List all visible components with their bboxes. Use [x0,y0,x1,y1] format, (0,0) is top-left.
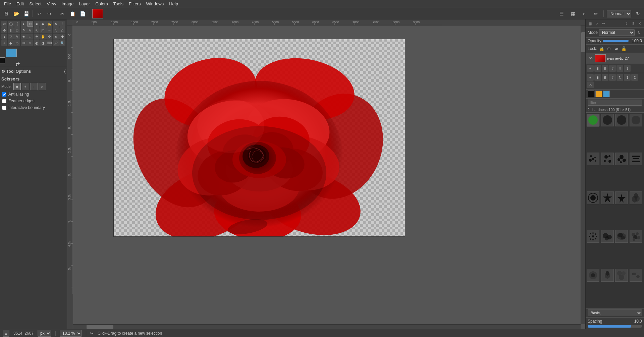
by-color-select-tool[interactable]: ◆ [40,21,46,27]
interactive-boundary-row[interactable]: Interactive boundary [1,104,65,111]
brush-cell-texture2[interactable] [615,230,628,243]
menu-windows[interactable]: Windows [143,1,166,7]
open-btn[interactable]: 📂 [11,9,21,18]
ink-tool[interactable]: ✋ [40,34,46,40]
color-balance-tool[interactable]: ⌨ [46,40,52,46]
scale-tool[interactable]: ⇖ [27,27,33,33]
layer-entry[interactable]: 👁 ivan-jevtic-27 [586,53,644,64]
lock-alpha-icon[interactable]: ▰ [613,46,620,52]
feather-edges-row[interactable]: Feather edges [1,98,65,104]
layer-up-btn[interactable]: ⇧ [609,65,616,72]
antialiasing-row[interactable]: Antialiasing [1,91,65,98]
menu-view[interactable]: View [44,1,59,7]
brush-cell-star2[interactable] [615,191,628,204]
tool-presets-btn[interactable]: ☰ [557,9,566,18]
horizontal-scrollbar[interactable] [73,324,581,329]
copy-btn[interactable]: 📋 [68,9,77,18]
layer-mode-select[interactable]: Normal [599,29,635,36]
menu-tools[interactable]: Tools [111,1,126,7]
brush-tag-select[interactable]: Basic, [588,310,642,316]
brush-export-btn[interactable]: ↥ [631,74,638,81]
cut-btn[interactable]: ✂ [58,9,67,18]
swap-colors-icon[interactable]: ⇄ [15,61,20,67]
fuzzy-select-tool[interactable]: ♦ [21,21,27,27]
brush-dup-btn[interactable]: ▮ [594,74,601,81]
layers-btn[interactable]: ▦ [568,9,578,18]
brush-cell-smoke[interactable] [630,191,642,204]
brush-cell-7[interactable] [615,153,628,165]
save-btn[interactable]: 💾 [21,9,31,18]
panel-up-icon[interactable]: ⇧ [623,20,629,26]
myPaint-brush-tool[interactable]: ⚙ [46,34,52,40]
layers-panel-icon[interactable]: ▦ [587,20,593,26]
tool-options-collapse-icon[interactable]: 〈 [64,69,65,74]
smudge-tool[interactable]: ✉ [21,40,27,46]
brush-import-btn[interactable]: ↧ [624,74,631,81]
warp-tool[interactable]: ∿ [53,27,59,33]
new-file-btn[interactable]: 🖹 [1,9,11,18]
menu-colors[interactable]: Colors [93,1,111,7]
brush-color-yellow[interactable] [595,91,602,97]
delete-layer-btn[interactable]: 🗑 [602,65,608,72]
spacing-bar-track[interactable] [588,325,642,328]
menu-edit[interactable]: Edit [14,1,26,7]
brush-cell-texture3[interactable] [630,230,642,243]
perspective-tool[interactable]: ◸ [40,27,46,33]
brush-cell-6[interactable] [601,153,614,165]
burn-tool[interactable]: ◐ [34,40,40,46]
brush-cell-9[interactable] [587,191,599,204]
canvas-viewport[interactable] [73,25,585,329]
brush-cell-8[interactable] [630,153,642,165]
statusbar-expand-btn[interactable]: ▲ [3,330,9,337]
intersect-mode-btn[interactable]: ∩ [39,83,46,90]
subtract-mode-btn[interactable]: - [30,83,38,90]
layer-down-btn[interactable]: ⇩ [616,65,623,72]
paint-bucket-tool[interactable]: ▴ [1,34,7,40]
foreground-color[interactable] [6,49,17,57]
lock-all-icon[interactable]: 🔓 [621,46,627,52]
channels-panel-icon[interactable]: ○ [594,20,600,26]
foreground-select-tool[interactable]: ■ [34,21,40,27]
brush-cell-f4[interactable] [630,269,642,282]
align-tool[interactable]: ∥ [8,27,14,33]
desaturate-tool[interactable]: ◑ [40,40,46,46]
interactive-boundary-checkbox[interactable] [2,106,6,110]
brush-cell-2[interactable] [601,114,614,126]
perspective-clone-tool[interactable]: ♂ [1,40,7,46]
panel-down-icon[interactable]: ⇩ [630,20,636,26]
brush-cell-star[interactable] [601,191,614,204]
clone-tool[interactable]: ♣ [53,34,59,40]
measure-tool[interactable]: ⇳ [59,21,65,27]
paintbrush-tool[interactable]: ★ [21,34,27,40]
rotate-tool[interactable]: ↻ [21,27,27,33]
text-tool[interactable]: A [53,21,59,27]
brush-filter-input[interactable] [588,100,642,106]
zoom-select[interactable]: 18.2 % [60,330,82,337]
paste-btn[interactable]: 📄 [78,9,87,18]
eraser-tool[interactable]: □ [27,34,33,40]
vertical-scrollbar-thumb[interactable] [581,32,585,52]
layer-visibility-icon[interactable]: 👁 [588,55,594,61]
duplicate-layer-btn[interactable]: ▮ [594,65,601,72]
redo-btn[interactable]: ↪ [45,9,54,18]
dodge-tool[interactable]: ☀ [27,40,33,46]
lock-pixels-icon[interactable]: 🔒 [599,46,605,52]
unit-select[interactable]: px [38,330,51,337]
brush-cell-3[interactable] [615,114,628,126]
scissors-tool[interactable]: ✄ [27,21,33,27]
brush-del-btn[interactable]: 🗑 [602,74,608,81]
menu-image[interactable]: Image [59,1,76,7]
crop-tool[interactable]: □ [14,27,20,33]
undo-btn[interactable]: ↩ [35,9,44,18]
panel-close-icon[interactable]: ✕ [637,20,643,26]
brush-cell-texture1[interactable] [601,230,614,243]
add-mode-btn[interactable]: + [22,83,29,90]
heal-tool[interactable]: ✚ [59,34,65,40]
antialiasing-checkbox[interactable] [2,92,6,97]
ellipse-select-tool[interactable]: ◯ [8,21,14,27]
brush-color-black[interactable] [588,91,594,97]
brush-close-btn[interactable]: ✕ [587,81,594,88]
brush-cell-f3[interactable] [615,269,628,282]
blur-tool[interactable]: ◆ [8,40,14,46]
brush-refresh-btn[interactable]: ↻ [616,74,623,81]
